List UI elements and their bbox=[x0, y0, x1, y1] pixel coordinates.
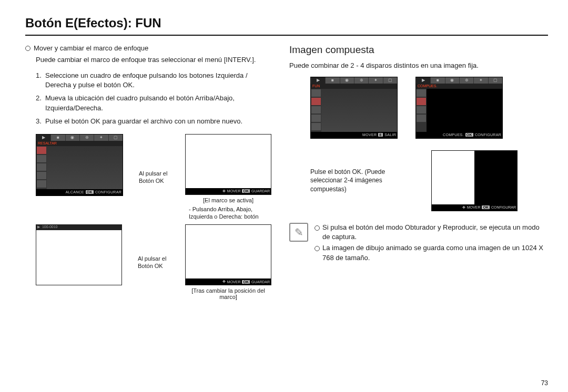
menu-side-item bbox=[417, 115, 426, 122]
left-lead-text: Mover y cambiar el marco de enfoque bbox=[34, 44, 148, 52]
left-lead: Mover y cambiar el marco de enfoque bbox=[25, 44, 271, 52]
menu-side-item bbox=[417, 98, 426, 105]
menu-label: RESALTAR bbox=[36, 141, 123, 146]
focus-frame-preview-result: ▶ 100-0010 bbox=[36, 224, 122, 285]
footer-mover: MOVER bbox=[227, 189, 241, 193]
preview-footer: ✥ MOVER OK GUARDAR bbox=[186, 188, 271, 194]
menu-side-item bbox=[417, 89, 426, 97]
composite-intro: Puede combinar de 2 - 4 disparos distint… bbox=[289, 61, 548, 70]
menu-tab: ▢ bbox=[488, 77, 502, 84]
step-number: 1. bbox=[36, 71, 45, 91]
info-note-block: ✎ Si pulsa el botón del modo Obturador y… bbox=[289, 223, 548, 264]
menu-preview bbox=[321, 89, 397, 132]
menu-tab: ▶ bbox=[311, 77, 325, 84]
menu-side-item bbox=[311, 106, 321, 114]
composite-half-white bbox=[432, 151, 474, 204]
menu-side-item bbox=[37, 147, 46, 154]
menu-preview bbox=[427, 89, 502, 132]
menu-label: COMPUES. bbox=[416, 84, 502, 89]
caption-press-ok-1: Al pulsar el Botón OK bbox=[139, 170, 169, 185]
preview-image-area bbox=[186, 225, 271, 278]
step-text: Seleccione un cuadro de enfoque pulsando… bbox=[45, 71, 271, 91]
footer-key-ok: OK bbox=[86, 190, 94, 194]
page-title: Botón E(Efectos): FUN bbox=[25, 16, 548, 36]
nav-icon: ✥ bbox=[222, 189, 226, 193]
menu-tab: ■ bbox=[430, 77, 444, 84]
footer-configurar: CONFIGURAR bbox=[95, 190, 121, 194]
focus-frame-preview-2: ✥ MOVER OK GUARDAR bbox=[185, 224, 271, 285]
composite-half-black bbox=[474, 151, 517, 204]
footer-mover: MOVER bbox=[467, 205, 481, 209]
bullet-icon bbox=[315, 246, 320, 251]
caption-press-ok-2: Al pulsar el Botón OK bbox=[138, 255, 169, 270]
menu-label: FUN bbox=[311, 84, 397, 89]
menu-tab: ◉ bbox=[65, 135, 79, 141]
menu-tab: ▢ bbox=[383, 77, 397, 84]
left-column: Mover y cambiar el marco de enfoque Pued… bbox=[25, 44, 271, 375]
menu-footer: ALCANCE OK CONFIGURAR bbox=[36, 189, 123, 195]
footer-salir: SALIR bbox=[384, 133, 396, 137]
info-line-1: Si pulsa el botón del modo Obturador y R… bbox=[322, 223, 548, 243]
footer-guardar: GUARDAR bbox=[251, 280, 270, 284]
caption-frame-active: [El marco se activa] bbox=[203, 197, 253, 203]
footer-mover: MOVER bbox=[227, 280, 241, 284]
menu-side-item bbox=[37, 180, 46, 188]
footer-key-ok: OK bbox=[242, 280, 250, 284]
menu-side-item bbox=[37, 163, 46, 171]
composite-note: Pulse el botón OK. (Puede seleccionar 2-… bbox=[310, 168, 415, 193]
camera-menu-fun: ▶ ■ ◉ ⊕ ✦ ▢ FUN bbox=[310, 77, 398, 139]
menu-preview bbox=[47, 146, 123, 189]
preview-image-area bbox=[186, 135, 271, 188]
menu-tab: ⊕ bbox=[354, 77, 368, 84]
caption-directions: - Pulsando Arriba, Abajo, Izquierda o De… bbox=[189, 205, 268, 221]
ordered-steps: 1.Seleccione un cuadro de enfoque pulsan… bbox=[36, 71, 271, 127]
nav-icon: ✥ bbox=[222, 280, 226, 284]
menu-tab: ✦ bbox=[94, 135, 108, 141]
menu-tab: ✦ bbox=[368, 77, 382, 84]
footer-configurar: CONFIGURAR bbox=[475, 133, 501, 137]
menu-footer: MOVER E SALIR bbox=[311, 132, 397, 138]
menu-tab: ⊕ bbox=[79, 135, 94, 141]
menu-side-item bbox=[417, 106, 426, 114]
menu-side-item bbox=[311, 115, 321, 122]
menu-side-item bbox=[311, 98, 321, 105]
menu-side-item bbox=[311, 123, 321, 130]
menu-tab: ■ bbox=[325, 77, 339, 84]
right-column: Imagen compuesta Puede combinar de 2 - 4… bbox=[289, 44, 548, 375]
page-number: 73 bbox=[25, 375, 548, 387]
menu-side-item bbox=[37, 155, 46, 162]
step-text: Pulse el botón OK para guardar el archiv… bbox=[45, 117, 271, 127]
note-icon: ✎ bbox=[289, 223, 308, 242]
preview-top-info: ▶ 100-0010 bbox=[36, 225, 121, 230]
footer-guardar: GUARDAR bbox=[251, 189, 270, 193]
step-number: 3. bbox=[36, 117, 45, 127]
camera-menu-resaltar: ▶ ■ ◉ ⊕ ✦ ▢ RESALTAR bbox=[36, 134, 123, 196]
footer-key-ok: OK bbox=[482, 205, 490, 209]
bullet-icon bbox=[315, 225, 320, 231]
footer-compues: COMPUES. bbox=[443, 133, 464, 137]
footer-mover: MOVER bbox=[362, 133, 377, 137]
bullet-icon bbox=[25, 46, 31, 51]
camera-menu-compues: ▶ ■ ◉ ⊕ ✦ ▢ COMPUES. bbox=[415, 77, 503, 139]
menu-tab: ⊕ bbox=[459, 77, 473, 84]
footer-key-e: E bbox=[378, 133, 383, 137]
menu-footer: COMPUES. OK CONFIGURAR bbox=[416, 132, 502, 138]
footer-key-ok: OK bbox=[465, 133, 473, 137]
composite-footer: ✥ MOVER OK CONFIGURAR bbox=[432, 204, 517, 211]
footer-alcance: ALCANCE bbox=[66, 190, 84, 194]
menu-tab: ◉ bbox=[340, 77, 354, 84]
nav-icon: ✥ bbox=[462, 205, 465, 210]
caption-after-move: [Tras cambiar la posición del marco] bbox=[189, 287, 268, 300]
preview-footer: ✥ MOVER OK GUARDAR bbox=[186, 278, 271, 285]
preview-image-area bbox=[36, 230, 121, 285]
footer-key-ok: OK bbox=[242, 189, 250, 193]
section-title-composite: Imagen compuesta bbox=[289, 44, 548, 56]
menu-side-item bbox=[37, 172, 46, 179]
menu-tab: ▢ bbox=[108, 135, 123, 141]
menu-side-item bbox=[311, 89, 321, 97]
menu-tab: ✦ bbox=[473, 77, 488, 84]
footer-configurar: CONFIGURAR bbox=[491, 205, 516, 209]
step-number: 2. bbox=[36, 94, 45, 114]
left-lead-sub: Puede cambiar el marco de enfoque tras s… bbox=[36, 55, 271, 65]
menu-tab: ▶ bbox=[416, 77, 430, 84]
